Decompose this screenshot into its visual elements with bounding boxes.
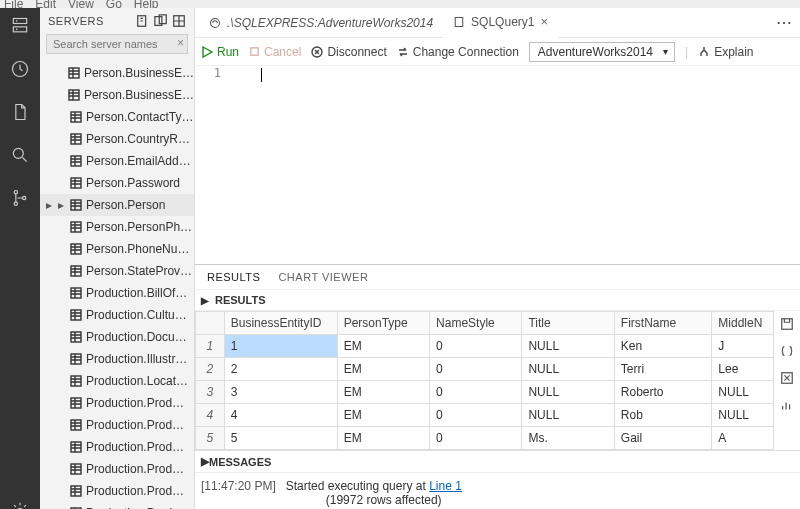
- cell[interactable]: 0: [430, 404, 522, 427]
- cell[interactable]: NULL: [522, 404, 614, 427]
- chevron-right-icon: ▸: [44, 88, 53, 102]
- table-row[interactable]: 55EM0Ms.GailA: [196, 427, 774, 450]
- cell[interactable]: 2: [224, 358, 337, 381]
- tree-item[interactable]: ▸▸Production.Prod…: [40, 458, 194, 480]
- cell[interactable]: 0: [430, 358, 522, 381]
- focus-icon[interactable]: [172, 14, 186, 28]
- tree-item[interactable]: ▸▸Production.Prod…: [40, 502, 194, 509]
- history-icon[interactable]: [10, 59, 30, 82]
- tree-item[interactable]: ▸▸Person.PersonPh…: [40, 216, 194, 238]
- search-icon[interactable]: [10, 145, 30, 168]
- cell[interactable]: NULL: [522, 358, 614, 381]
- table-row[interactable]: 44EM0NULLRobNULL: [196, 404, 774, 427]
- save-excel-icon[interactable]: [780, 371, 794, 388]
- chart-icon[interactable]: [780, 398, 794, 415]
- cell[interactable]: NULL: [712, 381, 774, 404]
- code-editor[interactable]: 1: [195, 66, 800, 86]
- cell[interactable]: 4: [224, 404, 337, 427]
- tree-item-label: Production.Prod…: [86, 484, 184, 498]
- cell[interactable]: EM: [337, 335, 429, 358]
- cell[interactable]: 0: [430, 381, 522, 404]
- tree-item[interactable]: ▸▸Person.CountryR…: [40, 128, 194, 150]
- svg-rect-1: [13, 27, 26, 32]
- cell[interactable]: NULL: [522, 335, 614, 358]
- cell[interactable]: NULL: [522, 381, 614, 404]
- cell[interactable]: EM: [337, 358, 429, 381]
- cell[interactable]: Ken: [614, 335, 712, 358]
- tree-item[interactable]: ▸▸Person.StateProv…: [40, 260, 194, 282]
- save-json-icon[interactable]: [780, 344, 794, 361]
- table-row[interactable]: 33EM0NULLRobertoNULL: [196, 381, 774, 404]
- table-row[interactable]: 11EM0NULLKenJ: [196, 335, 774, 358]
- tree-item[interactable]: ▸▸Production.Illustr…: [40, 348, 194, 370]
- cell[interactable]: Roberto: [614, 381, 712, 404]
- tree-item[interactable]: ▸▸Production.Docu…: [40, 326, 194, 348]
- cell[interactable]: 0: [430, 427, 522, 450]
- tree-item[interactable]: ▸▸Person.ContactTy…: [40, 106, 194, 128]
- messages-section-header[interactable]: ▶ MESSAGES: [195, 450, 800, 473]
- tab-overflow-icon[interactable]: ⋯: [768, 13, 800, 32]
- disconnect-button[interactable]: Disconnect: [311, 45, 386, 59]
- tree-item[interactable]: ▸▸Production.Cultu…: [40, 304, 194, 326]
- cancel-button[interactable]: Cancel: [249, 45, 301, 59]
- tree-item[interactable]: ▸▸Production.BillOf…: [40, 282, 194, 304]
- cell[interactable]: 0: [430, 335, 522, 358]
- server-tree[interactable]: ▸▸Person.BusinessE…▸▸Person.BusinessE…▸▸…: [40, 62, 194, 509]
- cell[interactable]: 3: [224, 381, 337, 404]
- run-button[interactable]: Run: [201, 45, 239, 59]
- cell[interactable]: J: [712, 335, 774, 358]
- clear-search-icon[interactable]: ×: [177, 36, 184, 50]
- search-servers-input[interactable]: [46, 34, 188, 54]
- cell[interactable]: NULL: [712, 404, 774, 427]
- tree-item[interactable]: ▸▸Person.BusinessE…: [40, 84, 194, 106]
- tree-item[interactable]: ▸▸Person.Person: [40, 194, 194, 216]
- tree-item[interactable]: ▸▸Production.Prod…: [40, 480, 194, 502]
- column-header[interactable]: NameStyle: [430, 312, 522, 335]
- tree-item[interactable]: ▸▸Person.Password: [40, 172, 194, 194]
- source-control-icon[interactable]: [10, 188, 30, 211]
- file-icon[interactable]: [10, 102, 30, 125]
- tree-item[interactable]: ▸▸Person.BusinessE…: [40, 62, 194, 84]
- cell[interactable]: Gail: [614, 427, 712, 450]
- cell[interactable]: Terri: [614, 358, 712, 381]
- cell[interactable]: A: [712, 427, 774, 450]
- cell[interactable]: Rob: [614, 404, 712, 427]
- servers-icon[interactable]: [10, 16, 30, 39]
- column-header[interactable]: MiddleN: [712, 312, 774, 335]
- column-header[interactable]: Title: [522, 312, 614, 335]
- activity-bar: [0, 8, 40, 509]
- tree-item[interactable]: ▸▸Production.Prod…: [40, 436, 194, 458]
- tree-item[interactable]: ▸▸Production.Prod…: [40, 392, 194, 414]
- results-tab[interactable]: RESULTS: [207, 271, 260, 283]
- cell[interactable]: EM: [337, 381, 429, 404]
- tab-connection[interactable]: .\SQLEXPRESS:AdventureWorks2014: [199, 8, 443, 38]
- settings-gear-icon[interactable]: [10, 501, 30, 509]
- tree-item[interactable]: ▸▸Person.PhoneNu…: [40, 238, 194, 260]
- column-header[interactable]: FirstName: [614, 312, 712, 335]
- tree-item[interactable]: ▸▸Production.Locat…: [40, 370, 194, 392]
- chevron-right-icon: ▸: [44, 352, 54, 366]
- explain-button[interactable]: Explain: [698, 45, 753, 59]
- change-connection-button[interactable]: Change Connection: [397, 45, 519, 59]
- cell[interactable]: Lee: [712, 358, 774, 381]
- tree-item[interactable]: ▸▸Production.Prod…: [40, 414, 194, 436]
- results-grid[interactable]: BusinessEntityIDPersonTypeNameStyleTitle…: [195, 311, 774, 450]
- cell[interactable]: 5: [224, 427, 337, 450]
- table-row[interactable]: 22EM0NULLTerriLee: [196, 358, 774, 381]
- tab-query[interactable]: SQLQuery1 ×: [443, 8, 558, 38]
- new-group-icon[interactable]: [154, 14, 168, 28]
- line-link[interactable]: Line 1: [429, 479, 462, 493]
- column-header[interactable]: BusinessEntityID: [224, 312, 337, 335]
- cell[interactable]: EM: [337, 404, 429, 427]
- database-select[interactable]: AdventureWorks2014 ▾: [529, 42, 675, 62]
- cell[interactable]: Ms.: [522, 427, 614, 450]
- tab-close-icon[interactable]: ×: [540, 14, 548, 29]
- cell[interactable]: 1: [224, 335, 337, 358]
- tree-item[interactable]: ▸▸Person.EmailAdd…: [40, 150, 194, 172]
- column-header[interactable]: PersonType: [337, 312, 429, 335]
- chart-viewer-tab[interactable]: CHART VIEWER: [278, 271, 368, 283]
- new-connection-icon[interactable]: [136, 14, 150, 28]
- results-section-header[interactable]: ▶ RESULTS: [195, 290, 800, 311]
- save-csv-icon[interactable]: [780, 317, 794, 334]
- cell[interactable]: EM: [337, 427, 429, 450]
